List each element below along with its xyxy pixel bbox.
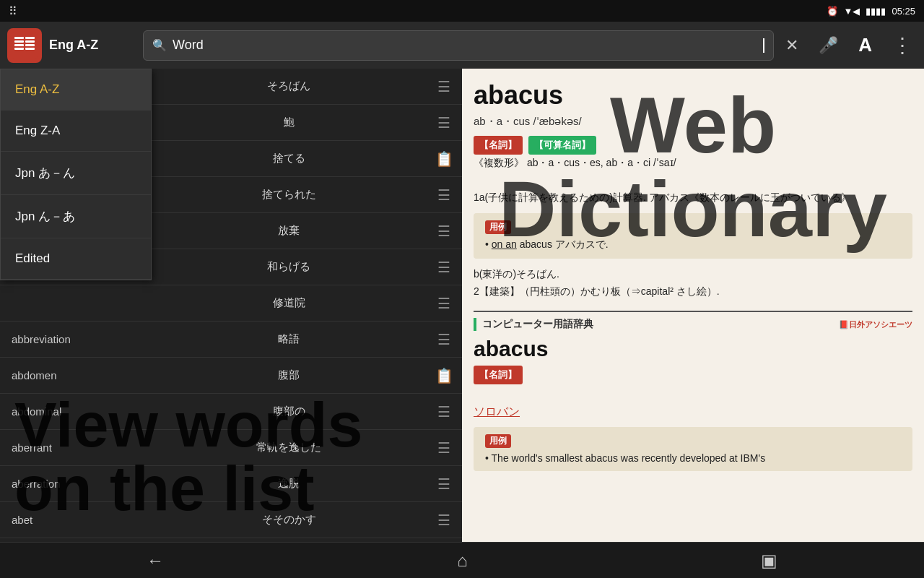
word-bookmark[interactable]: ☰ [426,114,462,131]
dict-plural: 《複数形》 ab・a・cus・es, ab・a・ci /ˈsaɪ/ [474,157,676,168]
bookmark-icon: ☰ [437,331,450,348]
word-bookmark[interactable]: 📋 [426,367,462,384]
word-jp: 腹部の [152,399,426,424]
bookmark-icon: ☰ [437,186,450,204]
table-row[interactable]: abet そそのかす ☰ [0,502,462,538]
table-row[interactable]: abdominal 腹部の ☰ [0,394,462,430]
section-title: コンピューター用語辞典 [474,318,593,331]
sort-option-edited[interactable]: Edited [1,238,151,280]
dict-def2b: b(東洋の)そろばん. [474,266,912,283]
sort-option-jpn-a-n[interactable]: Jpn あ－ん [1,152,151,195]
computer-dict-example-box: 用例 • The world's smallest abacus was rec… [474,427,912,471]
svg-rect-7 [25,44,35,46]
bottom-nav: ← ⌂ ▣ [0,542,924,578]
word-list-panel: Eng A-Z Eng Z-A Jpn あ－ん Jpn ん－あ Edited ◀… [0,69,462,542]
dict-def1: 1a(子供に計算を教えるための)計算器. アバカス《数本のレールに玉がついている… [474,191,851,203]
status-bar: ⠿ ⏰ ▼◀ ▮▮▮▮ 05:25 [0,0,924,22]
computer-dict-content: 【名詞】 ソロバン [474,366,912,421]
home-button[interactable]: ⌂ [435,545,489,577]
more-options-button[interactable]: ⋮ [888,29,917,61]
clear-search-button[interactable]: ✕ [781,32,803,59]
word-bookmark[interactable]: ☰ [426,295,462,312]
time-display: 05:25 [892,6,915,17]
top-bar-actions: ✕ 🎤 A ⋮ [781,29,917,61]
word-bookmark[interactable]: ☰ [426,223,462,240]
word-jp: 捨てられた [152,182,426,207]
word-bookmark[interactable]: ☰ [426,186,462,204]
word-en: abdomen [0,363,152,387]
word-jp: 逸脱 [152,471,426,496]
back-button[interactable]: ← [125,545,186,577]
section-divider [474,311,912,312]
word-en: aberration [0,472,152,496]
section-logo: 📕日外アソシエーツ [839,319,912,330]
dict-badge-countable: 【可算名詞】 [528,136,596,155]
word-bookmark[interactable]: 📋 [426,150,462,168]
word-jp: 放棄 [152,218,426,243]
table-row[interactable]: aberration 逸脱 ☰ [0,466,462,502]
recents-button[interactable]: ▣ [739,545,799,577]
word-jp: そろばん [152,74,426,99]
sort-option-eng-az[interactable]: Eng A-Z [1,69,151,111]
dict-example-link[interactable]: on an [492,238,517,250]
search-icon: 🔍 [152,38,167,52]
bookmark-icon: ☰ [437,259,450,276]
sort-option-jpn-n-a[interactable]: Jpn ん－あ [1,195,151,238]
grid-icon: ⠿ [9,4,17,18]
word-bookmark[interactable]: ☰ [426,259,462,276]
word-en: abbreviation [0,327,152,351]
search-text: Word [173,38,757,53]
search-bar[interactable]: 🔍 Word [143,30,774,61]
table-row[interactable]: abbreviation 略語 ☰ [0,322,462,358]
bookmark-icon: ☰ [437,512,450,529]
dict-badge-noun: 【名詞】 [474,136,523,155]
sort-label[interactable]: Eng A-Z [49,38,136,53]
word-bookmark[interactable]: ☰ [426,512,462,529]
microphone-button[interactable]: 🎤 [814,32,842,59]
dict-example-box: 用例 • on an abacus アバカスで. [474,213,912,259]
battery-icon: ▮▮▮▮ [866,6,886,17]
word-bookmark[interactable]: ☰ [426,475,462,493]
word-jp: 鮑 [152,110,426,135]
bookmark-icon: ☰ [437,403,450,420]
computer-dict-word: abacus [474,337,912,361]
dict-pronunciation: ab・a・cus /ˈæbəkəs/ [474,115,912,129]
word-jp: 略語 [152,327,426,352]
word-bookmark[interactable]: ☰ [426,331,462,348]
wifi-icon: ▼◀ [844,6,860,17]
status-right: ⏰ ▼◀ ▮▮▮▮ 05:25 [827,6,915,17]
dict-example-jp[interactable]: アバカスで. [555,238,609,250]
table-row[interactable]: aberrant 常軌を逸した ☰ [0,430,462,466]
main-content: Eng A-Z Eng Z-A Jpn あ－ん Jpn ん－あ Edited ◀… [0,69,924,542]
sort-option-eng-za[interactable]: Eng Z-A [1,111,151,152]
word-en [0,298,152,309]
dict-example-line: • on an abacus アバカスで. [485,238,901,251]
bookmark-active-icon: 📋 [435,150,453,168]
word-jp: 和らげる [152,254,426,280]
svg-rect-3 [14,44,24,46]
dictionary-panel[interactable]: abacus ab・a・cus /ˈæbəkəs/ 【名詞】 【可算名詞】 《複… [462,69,924,542]
table-row[interactable]: abdomen 腹部 📋 [0,358,462,394]
table-row[interactable]: 修道院 ☰ [0,285,462,322]
computer-dict-example-text: The world's smallest abacus was recently… [492,452,766,464]
bookmark-icon: ☰ [437,475,450,493]
word-jp: 常軌を逸した [152,435,426,460]
dict-def2: 2【建築】（円柱頭の）かむり板（⇒capital² さし絵）. [474,283,912,301]
word-jp: 捨てる [152,146,426,171]
word-jp: そそのかす [152,507,426,532]
alarm-icon: ⏰ [827,6,838,17]
word-en: aberrant [0,436,152,460]
font-size-button[interactable]: A [854,30,876,61]
dict-word-title: abacus [474,80,912,111]
word-bookmark[interactable]: ☰ [426,403,462,420]
bookmark-active-icon: 📋 [435,367,453,384]
word-bookmark[interactable]: ☰ [426,78,462,95]
computer-dict-jp-link[interactable]: ソロバン [474,405,520,418]
dict-example-word: abacus [520,238,552,250]
computer-dict-badge: 【名詞】 [474,366,523,384]
sort-dropdown[interactable]: Eng A-Z Eng Z-A Jpn あ－ん Jpn ん－あ Edited [0,69,152,280]
word-bookmark[interactable]: ☰ [426,439,462,457]
app-icon [7,28,42,63]
word-en: abet [0,508,152,532]
bookmark-icon: ☰ [437,114,450,131]
